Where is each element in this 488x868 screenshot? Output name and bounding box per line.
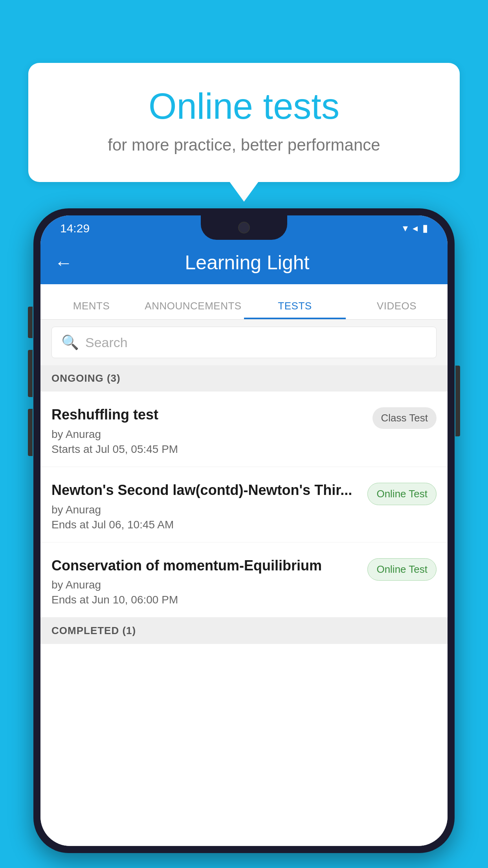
front-camera	[238, 222, 250, 234]
search-bar: 🔍 Search	[40, 320, 448, 365]
search-input-wrapper[interactable]: 🔍 Search	[51, 327, 437, 358]
tab-ments[interactable]: MENTS	[40, 300, 142, 319]
battery-icon: ▮	[422, 222, 428, 234]
test-author-3: by Anurag	[51, 579, 360, 591]
test-date-3: Ends at Jun 10, 06:00 PM	[51, 594, 360, 606]
test-item-2[interactable]: Newton's Second law(contd)-Newton's Thir…	[40, 467, 448, 542]
test-date-1: Starts at Jul 05, 05:45 PM	[51, 443, 365, 456]
test-date-2: Ends at Jul 06, 10:45 AM	[51, 519, 360, 531]
test-name-3: Conservation of momentum-Equilibrium	[51, 557, 360, 575]
phone-notch	[201, 215, 287, 240]
camera-button	[28, 409, 33, 456]
test-info-2: Newton's Second law(contd)-Newton's Thir…	[51, 481, 360, 531]
phone-screen: 14:29 ▾ ◂ ▮ ← Learning Light MENTS ANNOU…	[40, 215, 448, 846]
app-title: Learning Light	[84, 251, 410, 274]
test-author-1: by Anurag	[51, 428, 365, 441]
test-name-1: Reshuffling test	[51, 406, 365, 424]
bubble-title: Online tests	[48, 86, 440, 126]
tab-tests[interactable]: TESTS	[244, 300, 346, 319]
app-bar: ← Learning Light	[40, 241, 448, 284]
speech-bubble: Online tests for more practice, better p…	[28, 63, 460, 182]
search-input[interactable]: Search	[85, 335, 128, 350]
wifi-icon: ▾	[403, 222, 408, 234]
test-author-2: by Anurag	[51, 504, 360, 516]
test-list: Reshuffling test by Anurag Starts at Jul…	[40, 392, 448, 846]
bubble-subtitle: for more practice, better performance	[48, 136, 440, 154]
test-badge-3: Online Test	[367, 558, 437, 581]
back-button[interactable]: ←	[55, 252, 73, 273]
tab-announcements[interactable]: ANNOUNCEMENTS	[142, 300, 244, 319]
status-icons: ▾ ◂ ▮	[403, 222, 428, 234]
test-badge-2: Online Test	[367, 483, 437, 505]
test-info-1: Reshuffling test by Anurag Starts at Jul…	[51, 406, 365, 456]
phone-wrapper: 14:29 ▾ ◂ ▮ ← Learning Light MENTS ANNOU…	[33, 208, 455, 868]
test-item-1[interactable]: Reshuffling test by Anurag Starts at Jul…	[40, 392, 448, 467]
tabs-bar: MENTS ANNOUNCEMENTS TESTS VIDEOS	[40, 284, 448, 320]
test-name-2: Newton's Second law(contd)-Newton's Thir…	[51, 481, 360, 500]
phone-frame: 14:29 ▾ ◂ ▮ ← Learning Light MENTS ANNOU…	[33, 208, 455, 853]
test-item-3[interactable]: Conservation of momentum-Equilibrium by …	[40, 542, 448, 618]
ongoing-section-header: ONGOING (3)	[40, 365, 448, 392]
search-icon: 🔍	[61, 334, 79, 351]
tab-videos[interactable]: VIDEOS	[346, 300, 448, 319]
power-button	[455, 366, 460, 436]
volume-up-button	[28, 307, 33, 338]
test-badge-1: Class Test	[372, 407, 437, 429]
volume-down-button	[28, 350, 33, 397]
test-info-3: Conservation of momentum-Equilibrium by …	[51, 557, 360, 607]
completed-section-header: COMPLETED (1)	[40, 618, 448, 644]
status-time: 14:29	[60, 222, 90, 235]
signal-icon: ◂	[413, 222, 418, 234]
